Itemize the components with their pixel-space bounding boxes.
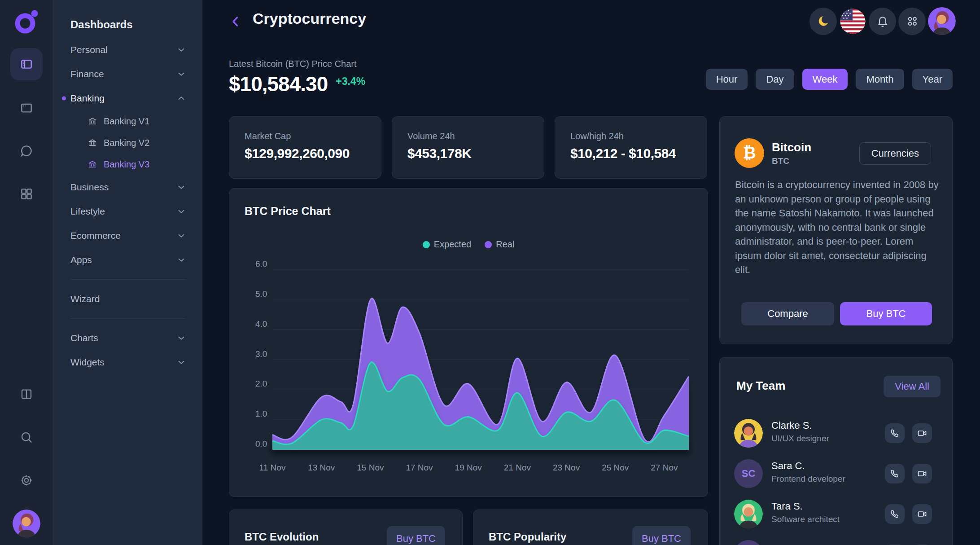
- video-call-button[interactable]: [912, 423, 932, 443]
- svg-text:2.0: 2.0: [255, 379, 267, 388]
- sidebar-item-lifestyle[interactable]: Lifestyle: [53, 199, 202, 224]
- icon-rail: [0, 0, 53, 545]
- main-content: Cryptocurrency: [202, 0, 980, 545]
- svg-text:27 Nov: 27 Nov: [651, 463, 678, 472]
- team-member-row: Clarke S. UI/UX designer: [720, 419, 952, 459]
- svg-text:25 Nov: 25 Nov: [602, 463, 629, 472]
- avatar: [734, 500, 763, 528]
- price-row: $10,584.30 +3.4%: [229, 72, 365, 96]
- sidebar-item-personal[interactable]: Personal: [53, 38, 202, 62]
- member-name: Sara C.: [771, 460, 805, 472]
- sidebar-layout-icon[interactable]: [10, 48, 43, 80]
- sidebar-items: Personal Finance Banking Banking V1: [53, 38, 202, 374]
- sidebar-item-wizard[interactable]: Wizard: [53, 287, 202, 311]
- chevron-down-icon: [176, 45, 186, 55]
- chat-icon[interactable]: [19, 144, 34, 158]
- sidebar-item-ecommerce[interactable]: Ecommerce: [53, 224, 202, 248]
- stat-value: $453,178K: [407, 146, 529, 161]
- my-team-card: My Team View All Clarke S. UI/UX designe…: [719, 357, 953, 545]
- sidebar-item-apps[interactable]: Apps: [53, 248, 202, 272]
- stat-value: $10,212 - $10,584: [570, 146, 691, 161]
- price-chart-label: Latest Bitcoin (BTC) Price Chart: [229, 59, 357, 69]
- svg-text:4.0: 4.0: [255, 319, 267, 329]
- btc-price-change: +3.4%: [336, 75, 365, 88]
- chevron-down-icon: [176, 231, 186, 241]
- coin-header: ₿ Bitcoin BTC: [735, 138, 811, 168]
- card-title: BTC Popularity: [489, 531, 566, 543]
- sidebar-item-banking[interactable]: Banking: [53, 86, 202, 110]
- avatar: [734, 540, 763, 545]
- buy-btc-button[interactable]: Buy BTC: [840, 302, 932, 325]
- svg-text:21 Nov: 21 Nov: [504, 463, 531, 472]
- search-icon[interactable]: [19, 430, 34, 444]
- buy-btc-button[interactable]: Buy BTC: [632, 526, 691, 545]
- stat-card: Market Cap $129,992,260,090: [229, 116, 381, 179]
- sidebar-item-banking-v3[interactable]: Banking V3: [53, 154, 202, 175]
- btc-popularity-card: BTC Popularity Buy BTC: [473, 510, 708, 545]
- video-call-button[interactable]: [912, 464, 932, 483]
- view-all-button[interactable]: View All: [884, 376, 941, 397]
- call-button[interactable]: [885, 504, 905, 524]
- member-role: Frontend developer: [771, 474, 845, 484]
- svg-text:6.0: 6.0: [255, 259, 267, 268]
- moon-icon[interactable]: [809, 8, 837, 35]
- legend-dot: [485, 241, 492, 248]
- compare-button[interactable]: Compare: [741, 302, 834, 325]
- svg-text:3.0: 3.0: [255, 349, 267, 359]
- call-button[interactable]: [885, 464, 905, 483]
- apps-grid-icon[interactable]: [898, 8, 926, 35]
- columns-icon[interactable]: [19, 387, 34, 401]
- coin-name: Bitcoin: [772, 141, 811, 154]
- legend-item: Expected: [423, 239, 471, 250]
- bank-icon: [88, 116, 97, 126]
- team-member-row: [720, 540, 952, 545]
- stat-cards: Market Cap $129,992,260,090 Volume 24h $…: [229, 116, 707, 179]
- svg-text:19 Nov: 19 Nov: [455, 463, 482, 472]
- buy-btc-button[interactable]: Buy BTC: [387, 526, 445, 545]
- coin-description: Bitcoin is a cryptocurrency invented in …: [735, 178, 940, 277]
- sidebar-item-charts[interactable]: Charts: [53, 326, 202, 350]
- bank-icon: [88, 138, 97, 148]
- page-title: Cryptocurrency: [253, 10, 366, 27]
- stat-card: Volume 24h $453,178K: [392, 116, 544, 179]
- sidebar-item-business[interactable]: Business: [53, 175, 202, 199]
- range-button-day[interactable]: Day: [756, 69, 794, 90]
- range-button-year[interactable]: Year: [912, 69, 953, 90]
- sidebar-user-avatar[interactable]: [13, 510, 40, 537]
- currencies-button[interactable]: Currencies: [859, 142, 931, 165]
- avatar: SC: [734, 459, 763, 488]
- range-button-month[interactable]: Month: [856, 69, 904, 90]
- back-button[interactable]: [228, 12, 246, 31]
- sidebar-item-banking-v1[interactable]: Banking V1: [53, 110, 202, 132]
- sidebar-menu: Dashboards Personal Finance Banking: [53, 0, 202, 545]
- svg-text:17 Nov: 17 Nov: [406, 463, 433, 472]
- coin-symbol: BTC: [772, 156, 811, 166]
- header-actions: [809, 7, 956, 35]
- chevron-down-icon: [176, 207, 186, 216]
- call-button[interactable]: [885, 423, 905, 443]
- legend-item: Real: [485, 239, 514, 250]
- member-role: UI/UX designer: [771, 434, 829, 444]
- stat-label: Market Cap: [245, 131, 366, 141]
- gear-icon[interactable]: [19, 473, 34, 488]
- svg-text:13 Nov: 13 Nov: [308, 463, 335, 472]
- chevron-down-icon: [176, 333, 186, 343]
- video-call-button[interactable]: [912, 504, 932, 524]
- us-flag-icon[interactable]: [839, 8, 866, 35]
- stat-label: Volume 24h: [407, 131, 529, 141]
- member-role: Software architect: [771, 514, 840, 524]
- team-member-row: Tara S. Software architect: [720, 500, 952, 540]
- range-button-hour[interactable]: Hour: [706, 69, 748, 90]
- bell-icon[interactable]: [869, 8, 896, 35]
- sidebar-item-widgets[interactable]: Widgets: [53, 350, 202, 374]
- window-icon[interactable]: [19, 101, 34, 115]
- user-avatar[interactable]: [928, 7, 956, 35]
- range-button-week[interactable]: Week: [802, 69, 848, 90]
- btc-price-value: $10,584.30: [229, 72, 328, 96]
- avatar: [734, 419, 763, 448]
- sidebar-item-banking-v2[interactable]: Banking V2: [53, 132, 202, 154]
- grid-icon[interactable]: [19, 187, 34, 201]
- sidebar-item-finance[interactable]: Finance: [53, 62, 202, 86]
- chart-legend: Expected Real: [229, 239, 708, 250]
- app-logo-icon[interactable]: [13, 9, 39, 35]
